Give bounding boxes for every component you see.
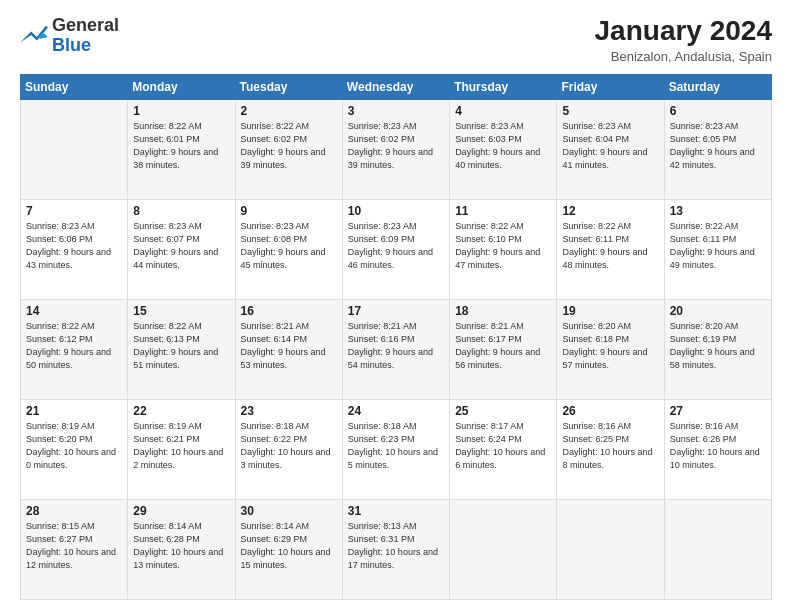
day-number: 30 [241, 504, 337, 518]
day-number: 9 [241, 204, 337, 218]
day-info: Sunrise: 8:18 AM Sunset: 6:22 PM Dayligh… [241, 420, 337, 472]
calendar-cell: 7Sunrise: 8:23 AM Sunset: 6:06 PM Daylig… [21, 199, 128, 299]
calendar-cell: 30Sunrise: 8:14 AM Sunset: 6:29 PM Dayli… [235, 499, 342, 599]
calendar-cell: 14Sunrise: 8:22 AM Sunset: 6:12 PM Dayli… [21, 299, 128, 399]
day-number: 5 [562, 104, 658, 118]
day-info: Sunrise: 8:14 AM Sunset: 6:29 PM Dayligh… [241, 520, 337, 572]
day-info: Sunrise: 8:17 AM Sunset: 6:24 PM Dayligh… [455, 420, 551, 472]
col-friday: Friday [557, 74, 664, 99]
day-info: Sunrise: 8:22 AM Sunset: 6:11 PM Dayligh… [562, 220, 658, 272]
calendar-cell [21, 99, 128, 199]
day-number: 27 [670, 404, 766, 418]
calendar-cell: 6Sunrise: 8:23 AM Sunset: 6:05 PM Daylig… [664, 99, 771, 199]
calendar-cell [557, 499, 664, 599]
calendar-cell: 23Sunrise: 8:18 AM Sunset: 6:22 PM Dayli… [235, 399, 342, 499]
day-number: 8 [133, 204, 229, 218]
day-number: 11 [455, 204, 551, 218]
calendar-cell: 2Sunrise: 8:22 AM Sunset: 6:02 PM Daylig… [235, 99, 342, 199]
calendar-table: Sunday Monday Tuesday Wednesday Thursday… [20, 74, 772, 600]
logo-bird-icon [20, 24, 48, 48]
day-info: Sunrise: 8:22 AM Sunset: 6:01 PM Dayligh… [133, 120, 229, 172]
day-info: Sunrise: 8:16 AM Sunset: 6:26 PM Dayligh… [670, 420, 766, 472]
day-number: 4 [455, 104, 551, 118]
day-info: Sunrise: 8:21 AM Sunset: 6:14 PM Dayligh… [241, 320, 337, 372]
day-info: Sunrise: 8:14 AM Sunset: 6:28 PM Dayligh… [133, 520, 229, 572]
calendar-cell: 31Sunrise: 8:13 AM Sunset: 6:31 PM Dayli… [342, 499, 449, 599]
logo-general: General [52, 16, 119, 36]
calendar-cell [450, 499, 557, 599]
calendar-cell: 13Sunrise: 8:22 AM Sunset: 6:11 PM Dayli… [664, 199, 771, 299]
day-number: 25 [455, 404, 551, 418]
day-number: 2 [241, 104, 337, 118]
calendar-cell: 8Sunrise: 8:23 AM Sunset: 6:07 PM Daylig… [128, 199, 235, 299]
day-number: 10 [348, 204, 444, 218]
calendar-cell: 20Sunrise: 8:20 AM Sunset: 6:19 PM Dayli… [664, 299, 771, 399]
day-number: 1 [133, 104, 229, 118]
day-number: 14 [26, 304, 122, 318]
col-thursday: Thursday [450, 74, 557, 99]
day-number: 15 [133, 304, 229, 318]
col-wednesday: Wednesday [342, 74, 449, 99]
day-number: 26 [562, 404, 658, 418]
calendar-cell: 5Sunrise: 8:23 AM Sunset: 6:04 PM Daylig… [557, 99, 664, 199]
calendar-cell: 1Sunrise: 8:22 AM Sunset: 6:01 PM Daylig… [128, 99, 235, 199]
day-number: 22 [133, 404, 229, 418]
day-number: 28 [26, 504, 122, 518]
day-number: 17 [348, 304, 444, 318]
day-number: 23 [241, 404, 337, 418]
day-number: 31 [348, 504, 444, 518]
week-row-4: 21Sunrise: 8:19 AM Sunset: 6:20 PM Dayli… [21, 399, 772, 499]
week-row-1: 1Sunrise: 8:22 AM Sunset: 6:01 PM Daylig… [21, 99, 772, 199]
day-info: Sunrise: 8:19 AM Sunset: 6:21 PM Dayligh… [133, 420, 229, 472]
day-number: 6 [670, 104, 766, 118]
logo-text: General Blue [52, 16, 119, 56]
day-info: Sunrise: 8:23 AM Sunset: 6:06 PM Dayligh… [26, 220, 122, 272]
calendar-cell: 16Sunrise: 8:21 AM Sunset: 6:14 PM Dayli… [235, 299, 342, 399]
day-info: Sunrise: 8:23 AM Sunset: 6:07 PM Dayligh… [133, 220, 229, 272]
header: General Blue January 2024 Benizalon, And… [20, 16, 772, 64]
calendar-cell: 27Sunrise: 8:16 AM Sunset: 6:26 PM Dayli… [664, 399, 771, 499]
title-block: January 2024 Benizalon, Andalusia, Spain [595, 16, 772, 64]
day-number: 16 [241, 304, 337, 318]
day-info: Sunrise: 8:21 AM Sunset: 6:17 PM Dayligh… [455, 320, 551, 372]
day-info: Sunrise: 8:22 AM Sunset: 6:12 PM Dayligh… [26, 320, 122, 372]
day-info: Sunrise: 8:20 AM Sunset: 6:18 PM Dayligh… [562, 320, 658, 372]
calendar-cell: 25Sunrise: 8:17 AM Sunset: 6:24 PM Dayli… [450, 399, 557, 499]
day-info: Sunrise: 8:23 AM Sunset: 6:09 PM Dayligh… [348, 220, 444, 272]
day-number: 12 [562, 204, 658, 218]
calendar-cell: 10Sunrise: 8:23 AM Sunset: 6:09 PM Dayli… [342, 199, 449, 299]
calendar-cell: 29Sunrise: 8:14 AM Sunset: 6:28 PM Dayli… [128, 499, 235, 599]
logo-blue: Blue [52, 36, 119, 56]
calendar-cell: 17Sunrise: 8:21 AM Sunset: 6:16 PM Dayli… [342, 299, 449, 399]
day-number: 24 [348, 404, 444, 418]
calendar-cell: 28Sunrise: 8:15 AM Sunset: 6:27 PM Dayli… [21, 499, 128, 599]
calendar-cell: 18Sunrise: 8:21 AM Sunset: 6:17 PM Dayli… [450, 299, 557, 399]
day-info: Sunrise: 8:23 AM Sunset: 6:08 PM Dayligh… [241, 220, 337, 272]
logo: General Blue [20, 16, 119, 56]
calendar-subtitle: Benizalon, Andalusia, Spain [595, 49, 772, 64]
col-sunday: Sunday [21, 74, 128, 99]
calendar-title: January 2024 [595, 16, 772, 47]
week-row-2: 7Sunrise: 8:23 AM Sunset: 6:06 PM Daylig… [21, 199, 772, 299]
day-info: Sunrise: 8:22 AM Sunset: 6:11 PM Dayligh… [670, 220, 766, 272]
col-monday: Monday [128, 74, 235, 99]
header-row: Sunday Monday Tuesday Wednesday Thursday… [21, 74, 772, 99]
calendar-cell: 11Sunrise: 8:22 AM Sunset: 6:10 PM Dayli… [450, 199, 557, 299]
calendar-cell: 24Sunrise: 8:18 AM Sunset: 6:23 PM Dayli… [342, 399, 449, 499]
day-info: Sunrise: 8:23 AM Sunset: 6:05 PM Dayligh… [670, 120, 766, 172]
page: General Blue January 2024 Benizalon, And… [0, 0, 792, 612]
calendar-cell: 15Sunrise: 8:22 AM Sunset: 6:13 PM Dayli… [128, 299, 235, 399]
col-tuesday: Tuesday [235, 74, 342, 99]
day-info: Sunrise: 8:20 AM Sunset: 6:19 PM Dayligh… [670, 320, 766, 372]
week-row-3: 14Sunrise: 8:22 AM Sunset: 6:12 PM Dayli… [21, 299, 772, 399]
calendar-cell: 21Sunrise: 8:19 AM Sunset: 6:20 PM Dayli… [21, 399, 128, 499]
day-info: Sunrise: 8:23 AM Sunset: 6:02 PM Dayligh… [348, 120, 444, 172]
day-info: Sunrise: 8:18 AM Sunset: 6:23 PM Dayligh… [348, 420, 444, 472]
day-info: Sunrise: 8:22 AM Sunset: 6:02 PM Dayligh… [241, 120, 337, 172]
col-saturday: Saturday [664, 74, 771, 99]
week-row-5: 28Sunrise: 8:15 AM Sunset: 6:27 PM Dayli… [21, 499, 772, 599]
day-number: 19 [562, 304, 658, 318]
day-number: 7 [26, 204, 122, 218]
day-number: 18 [455, 304, 551, 318]
day-info: Sunrise: 8:15 AM Sunset: 6:27 PM Dayligh… [26, 520, 122, 572]
